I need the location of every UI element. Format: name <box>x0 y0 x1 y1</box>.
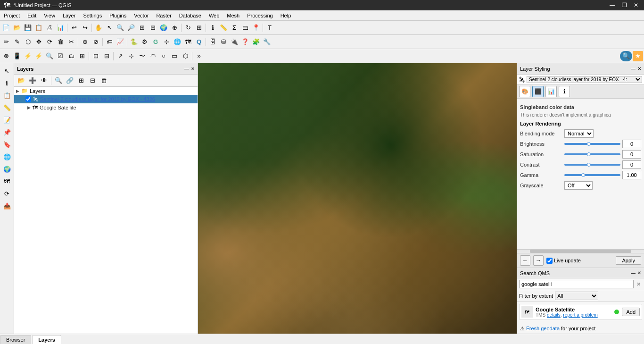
gamma-slider[interactable] <box>564 174 620 176</box>
maximize-button[interactable]: ❐ <box>620 2 629 8</box>
print-button[interactable]: 🖨 <box>44 23 55 33</box>
quick-btn[interactable]: ⚡ <box>23 51 33 61</box>
menu-plugins[interactable]: Plugins <box>106 12 130 19</box>
layers-close-btn[interactable]: ✕ <box>191 66 195 71</box>
layer-btn[interactable]: 🗂 <box>66 51 76 61</box>
db-btn[interactable]: 🗄 <box>207 37 218 47</box>
filter-extent-select[interactable]: All Current extent <box>555 292 598 300</box>
search-qms-minimize-btn[interactable]: — <box>631 270 636 276</box>
measure-button[interactable]: 📏 <box>218 23 229 33</box>
gpx-btn[interactable]: ⊛ <box>1 51 11 61</box>
layer-group-root[interactable]: ▶ 📁 Layers <box>14 87 198 95</box>
browser-tab[interactable]: Browser <box>0 335 31 344</box>
save-button[interactable]: 💾 <box>23 23 33 33</box>
undo-styling-btn[interactable]: ← <box>520 255 530 266</box>
minimize-button[interactable]: — <box>608 2 617 8</box>
digitize-btn[interactable]: ✏ <box>1 37 11 47</box>
menu-database[interactable]: Database <box>175 12 205 19</box>
export-btn[interactable]: 📤 <box>1 200 13 211</box>
link-btn[interactable]: 🔗 <box>65 76 75 86</box>
open-layer-btn[interactable]: 📂 <box>16 76 26 86</box>
db2-btn[interactable]: ⛁ <box>218 37 229 47</box>
fresh-geodata-link[interactable]: Fresh geodata <box>526 326 560 331</box>
filter-layer-btn[interactable]: 🔍 <box>53 76 64 86</box>
zoom-prev-button[interactable]: ⊕ <box>169 23 180 33</box>
quick2-btn[interactable]: ⚡ <box>33 51 44 61</box>
close-button[interactable]: ✕ <box>632 2 640 8</box>
refresh-button[interactable]: ↻ <box>183 23 193 33</box>
contrast-slider[interactable] <box>564 164 620 166</box>
vector-btn[interactable]: ↗ <box>115 51 125 61</box>
form-btn[interactable]: 📋 <box>1 90 13 101</box>
styling-close-btn[interactable]: ✕ <box>637 66 641 71</box>
menu-project[interactable]: Project <box>0 12 24 19</box>
live-update-checkbox[interactable] <box>546 258 553 264</box>
filt-btn[interactable]: 🔍 <box>44 51 55 61</box>
open-file-button[interactable]: 📂 <box>12 23 22 33</box>
add-layer-btn[interactable]: ➕ <box>27 76 38 86</box>
diagram-btn[interactable]: 📈 <box>115 37 125 47</box>
google-layer-item[interactable]: ▶ 🗺 Google Satellite <box>14 103 198 112</box>
grayscale-select[interactable]: Off <box>564 181 593 190</box>
advanced-edit-btn[interactable]: ⊕ <box>80 37 90 47</box>
topology2-btn[interactable]: ⊟ <box>101 51 112 61</box>
ellipse-btn[interactable]: ○ <box>158 51 169 61</box>
plugin2-btn[interactable]: 🔧 <box>262 37 272 47</box>
globe3-btn[interactable]: 🗺 <box>1 176 13 187</box>
cut-btn[interactable]: ✂ <box>66 37 76 47</box>
identify-button[interactable]: ℹ <box>207 23 218 33</box>
brightness-input[interactable]: 0 <box>622 140 641 148</box>
result-details-link[interactable]: details <box>547 312 561 318</box>
zoom-full-button[interactable]: 🌍 <box>158 23 169 33</box>
menu-settings[interactable]: Settings <box>79 12 106 19</box>
collapse-all-btn[interactable]: ⊟ <box>87 76 98 86</box>
attr-table-button[interactable]: 🗃 <box>240 23 250 33</box>
locator-button[interactable]: 📍 <box>251 23 261 33</box>
styling-histogram-btn[interactable]: 📊 <box>545 86 557 97</box>
globe2-btn[interactable]: 🌍 <box>1 163 13 175</box>
menu-raster[interactable]: Raster <box>152 12 175 19</box>
zoom-extent-button[interactable]: ⊞ <box>137 23 147 33</box>
rotate-btn[interactable]: ⟳ <box>44 37 55 47</box>
node-btn[interactable]: ⬡ <box>23 37 33 47</box>
zoom-layer-button[interactable]: ⊟ <box>148 23 158 33</box>
styling-symbology-btn[interactable]: 🎨 <box>519 86 530 97</box>
annotate-btn[interactable]: 📝 <box>1 114 13 126</box>
select-features-btn[interactable]: ↖ <box>1 65 13 76</box>
arc-btn[interactable]: ◠ <box>148 51 158 61</box>
osmtools-btn[interactable]: 🗺 <box>183 37 193 47</box>
poly-btn[interactable]: ⬡ <box>180 51 190 61</box>
locate-btn[interactable]: 🔍 <box>620 51 632 61</box>
grass-btn[interactable]: G <box>150 37 161 47</box>
qgis-btn[interactable]: Q <box>194 37 204 47</box>
measure-line-btn[interactable]: 📏 <box>1 102 13 113</box>
bookmark-btn[interactable]: 🔖 <box>1 139 13 150</box>
edit-btn[interactable]: ✎ <box>12 37 22 47</box>
report-button[interactable]: 📊 <box>55 23 66 33</box>
pan-button[interactable]: ✋ <box>93 23 104 33</box>
menu-help[interactable]: Help <box>277 12 295 19</box>
visibility-btn[interactable]: 👁 <box>39 76 49 86</box>
contrast-input[interactable]: 0 <box>622 160 641 169</box>
expand-all-btn[interactable]: ⊞ <box>76 76 86 86</box>
search-qms-input[interactable]: google satelli <box>519 280 634 288</box>
move-btn[interactable]: ✥ <box>33 37 44 47</box>
new-file-button[interactable]: 📄 <box>1 23 11 33</box>
menu-web[interactable]: Web <box>205 12 223 19</box>
rotate-map-btn[interactable]: ⟳ <box>1 188 13 199</box>
field-btn[interactable]: ⊞ <box>77 51 87 61</box>
tile-button[interactable]: ⊞ <box>194 23 204 33</box>
delete-btn[interactable]: 🗑 <box>55 37 66 47</box>
identify-btn[interactable]: ℹ <box>1 77 13 89</box>
styling-scrollbar[interactable] <box>517 249 644 253</box>
rect-btn[interactable]: ▭ <box>169 51 180 61</box>
python-btn[interactable]: 🐍 <box>129 37 139 47</box>
db3-btn[interactable]: 🔌 <box>229 37 239 47</box>
saturation-input[interactable]: 0 <box>622 150 641 159</box>
layers-minimize-btn[interactable]: — <box>184 66 189 71</box>
select-button[interactable]: ↖ <box>104 23 115 33</box>
more-btn[interactable]: » <box>194 51 204 61</box>
brightness-slider[interactable] <box>564 143 620 145</box>
menu-view[interactable]: View <box>40 12 59 19</box>
map-area[interactable] <box>198 63 517 334</box>
